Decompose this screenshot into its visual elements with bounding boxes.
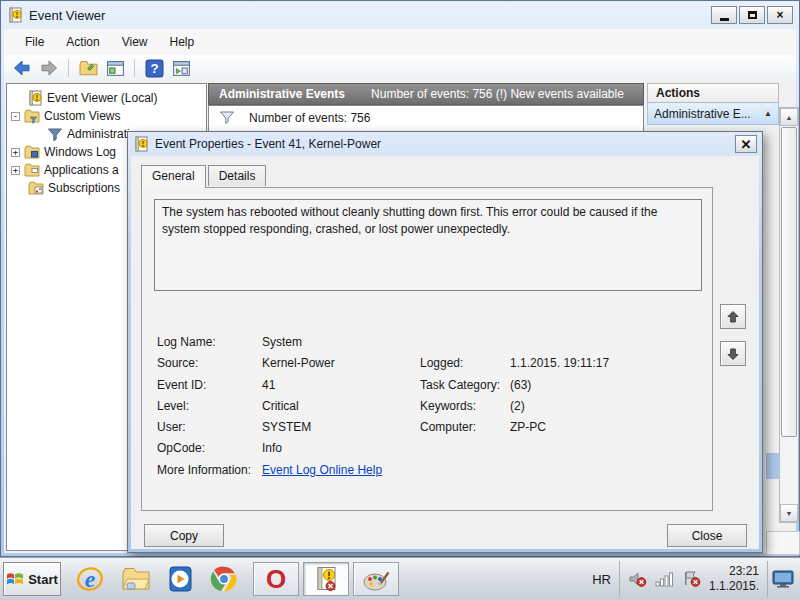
language-indicator[interactable]: HR [584, 572, 619, 587]
window-titlebar: Event Viewer × [1, 1, 799, 29]
close-dialog-button[interactable]: Close [667, 524, 747, 547]
collapse-chevron-icon[interactable]: ▲ [764, 109, 772, 118]
desktop: Event Viewer × File Action View Help [0, 0, 800, 600]
scroll-down-icon: ▼ [786, 510, 793, 517]
scrollbar-thumb[interactable] [781, 127, 797, 437]
close-button[interactable]: × [767, 6, 793, 24]
field-label: Source: [157, 356, 198, 370]
filter-funnel-icon [219, 111, 235, 125]
windows-logo-icon [6, 570, 24, 588]
event-description[interactable]: The system has rebooted without cleanly … [154, 199, 702, 291]
scroll-down-button[interactable]: ▼ [780, 504, 798, 522]
general-tab-page: The system has rebooted without cleanly … [141, 187, 713, 511]
console-root-button[interactable] [104, 57, 126, 79]
forward-button[interactable] [38, 57, 60, 79]
start-button[interactable]: Start [3, 562, 61, 596]
field-label: Event ID: [157, 378, 206, 392]
field-value: SYSTEM [262, 420, 311, 434]
tree-item-label: Windows Log [44, 145, 116, 159]
network-signal-icon[interactable] [655, 571, 675, 587]
actions-section-administrative-events[interactable]: Administrative E... ▲ [647, 103, 779, 125]
previous-event-button[interactable] [720, 304, 746, 329]
actions-scrollbar[interactable]: ▲ ▼ [779, 107, 799, 523]
field-value: System [262, 335, 302, 349]
tree-item-event-viewer-local[interactable]: Event Viewer (Local) [7, 89, 206, 107]
system-tray: 23:21 1.1.2015. [619, 561, 768, 597]
tab-details[interactable]: Details [208, 165, 267, 186]
field-value: Info [262, 441, 282, 455]
event-log-online-help-link[interactable]: Event Log Online Help [262, 463, 382, 477]
field-value: (63) [510, 378, 531, 392]
field-value: Kernel-Power [262, 356, 335, 370]
maximize-icon [748, 11, 757, 19]
event-viewer-icon [313, 566, 339, 592]
toolbar: ? [4, 55, 796, 82]
events-header-title: Administrative Events [219, 87, 345, 101]
back-arrow-icon [12, 58, 32, 78]
open-folder-icon [79, 59, 98, 78]
taskbar-event-viewer-button[interactable] [303, 562, 349, 596]
actions-section-label: Administrative E... [654, 107, 758, 121]
tree-item-custom-views[interactable]: - Custom Views [7, 107, 206, 125]
field-label: OpCode: [157, 441, 205, 455]
back-button[interactable] [11, 57, 33, 79]
dialog-close-button[interactable]: ✕ [735, 135, 757, 153]
event-properties-dialog: Event Properties - Event 41, Kernel-Powe… [127, 131, 763, 553]
maximize-button[interactable] [739, 6, 765, 24]
menu-view[interactable]: View [111, 31, 159, 53]
actions-pane-bottom [766, 531, 800, 555]
opera-icon: O [266, 566, 286, 592]
field-label: Computer: [420, 420, 476, 434]
taskbar-internet-explorer-icon[interactable]: e [73, 562, 107, 596]
minimize-button[interactable] [711, 6, 737, 24]
svg-text:e: e [85, 566, 96, 592]
field-label: Task Category: [420, 378, 500, 392]
start-label: Start [28, 572, 58, 587]
event-viewer-app-icon [7, 7, 23, 23]
subscriptions-icon [28, 180, 44, 196]
taskbar-media-player-icon[interactable] [163, 562, 197, 596]
forward-arrow-icon [39, 58, 59, 78]
taskbar-opera-button[interactable]: O [253, 562, 299, 596]
volume-muted-icon[interactable] [628, 570, 648, 588]
tree-item-label: Subscriptions [48, 181, 120, 195]
menu-action[interactable]: Action [55, 31, 110, 53]
open-saved-log-button[interactable] [77, 57, 99, 79]
field-label: Logged: [420, 356, 463, 370]
taskbar-paint-button[interactable] [353, 562, 399, 596]
down-arrow-icon [726, 347, 740, 361]
field-value: 41 [262, 378, 275, 392]
copy-button[interactable]: Copy [144, 524, 224, 547]
events-header-bar: Administrative Events Number of events: … [208, 83, 644, 105]
taskbar-clock[interactable]: 23:21 1.1.2015. [709, 564, 759, 594]
window-title: Event Viewer [29, 8, 105, 23]
taskbar-chrome-icon[interactable] [207, 562, 241, 596]
field-value: Critical [262, 399, 299, 413]
filter-summary-row[interactable]: Number of events: 756 [209, 106, 643, 130]
expand-expander-icon[interactable]: + [11, 166, 20, 175]
menu-help[interactable]: Help [159, 31, 206, 53]
console-window-icon [106, 59, 125, 78]
field-value: (2) [510, 399, 525, 413]
tab-general[interactable]: General [141, 165, 206, 188]
tree-item-label: Custom Views [44, 109, 120, 123]
next-event-button[interactable] [720, 341, 746, 366]
event-viewer-icon [133, 136, 149, 152]
tree-item-label: Event Viewer (Local) [47, 91, 158, 105]
collapse-expander-icon[interactable]: - [11, 112, 20, 121]
dialog-title: Event Properties - Event 41, Kernel-Powe… [155, 137, 729, 151]
action-pane-window-icon [172, 59, 191, 78]
tree-item-label: Applications a [44, 163, 119, 177]
help-button[interactable]: ? [143, 57, 165, 79]
menu-file[interactable]: File [14, 31, 55, 53]
scroll-up-button[interactable]: ▲ [780, 108, 798, 126]
taskbar: Start e O HR [0, 557, 800, 600]
filter-icon [47, 126, 63, 142]
taskbar-explorer-folder-icon[interactable] [119, 562, 153, 596]
expand-expander-icon[interactable]: + [11, 148, 20, 157]
folder-logs-icon [24, 144, 40, 160]
paint-icon [362, 565, 390, 593]
action-center-flag-icon[interactable] [682, 570, 702, 588]
show-action-pane-button[interactable] [170, 57, 192, 79]
display-tray-icon[interactable] [768, 562, 798, 596]
